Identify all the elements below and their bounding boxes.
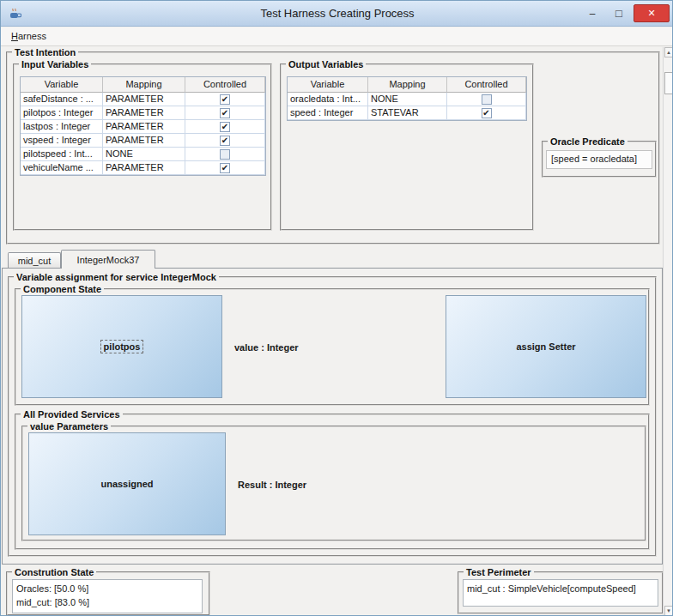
state-variable-label: pilotpos <box>100 340 144 353</box>
variable-cell[interactable]: pilotpos : Integer <box>21 106 103 120</box>
value-parameters-group: value Parameters unassigned Result : Int… <box>21 421 646 541</box>
tab-integermock37[interactable]: IntegerMock37 <box>61 250 155 269</box>
window-controls: – □ ✕ <box>580 4 670 22</box>
controlled-cell <box>185 148 265 161</box>
test-intention-title: Test Intention <box>12 47 78 57</box>
parameter-label: unassigned <box>98 478 155 490</box>
table-row: speed : Integer STATEVAR <box>288 106 526 120</box>
state-variable-box[interactable]: pilotpos <box>21 295 222 398</box>
output-variables-group: Output Variables Variable Mapping Contro… <box>280 59 534 231</box>
controlled-checkbox[interactable] <box>220 108 230 118</box>
table-row: pilotspeed : Int... NONE <box>21 148 265 161</box>
controlled-checkbox[interactable] <box>482 108 492 118</box>
table-row: vspeed : Integer PARAMETER <box>21 134 265 148</box>
variable-cell[interactable]: safeDistance : ... <box>21 93 103 106</box>
value-type-label: value : Integer <box>234 342 299 353</box>
status-line: Oracles: [50.0 %] <box>16 582 198 595</box>
close-icon[interactable]: ✕ <box>634 4 670 22</box>
variable-cell[interactable]: oracledata : Int... <box>288 93 368 106</box>
variable-cell[interactable]: speed : Integer <box>288 106 368 120</box>
controlled-checkbox[interactable] <box>220 136 230 146</box>
table-row: oracledata : Int... NONE <box>288 93 526 106</box>
tab-mid-cut[interactable]: mid_cut <box>8 252 61 268</box>
controlled-cell <box>185 93 265 106</box>
parameter-box[interactable]: unassigned <box>28 432 226 535</box>
output-variables-title: Output Variables <box>286 59 366 69</box>
construction-state-title: Constrution State <box>12 567 96 577</box>
input-variables-table: Variable Mapping Controlled safeDistance… <box>20 76 266 176</box>
value-parameters-title: value Parameters <box>27 421 111 432</box>
variable-assignment-group: Variable assignment for service IntegerM… <box>8 272 657 557</box>
menubar: Harness <box>1 27 673 46</box>
mapping-cell[interactable]: PARAMETER <box>103 106 185 120</box>
column-header-controlled[interactable]: Controlled <box>447 77 526 93</box>
vertical-scrollbar[interactable]: ▲ ▼ <box>663 47 673 616</box>
mapping-cell[interactable]: PARAMETER <box>103 120 185 134</box>
variable-cell[interactable]: vspeed : Integer <box>21 134 103 148</box>
controlled-cell <box>447 93 526 106</box>
mapping-cell[interactable]: NONE <box>368 93 447 106</box>
test-perimeter-group: Test Perimeter mid_cut : SimpleVehicle[c… <box>458 567 664 614</box>
minimize-icon[interactable]: – <box>580 4 604 22</box>
controlled-cell <box>185 134 265 148</box>
status-line: mid_cut: [83.0 %] <box>16 595 198 609</box>
controlled-checkbox[interactable] <box>220 122 230 132</box>
variable-cell[interactable]: pilotspeed : Int... <box>21 148 103 161</box>
component-state-title: Component State <box>21 284 104 294</box>
controlled-cell <box>185 106 265 120</box>
provided-services-group: All Provided Services value Parameters u… <box>15 409 650 550</box>
variable-assignment-title: Variable assignment for service IntegerM… <box>14 272 219 282</box>
tab-label: mid_cut <box>18 256 52 266</box>
variable-cell[interactable]: lastpos : Integer <box>21 120 103 134</box>
mapping-cell[interactable]: STATEVAR <box>368 106 447 120</box>
mapping-cell[interactable]: NONE <box>103 148 185 161</box>
titlebar: Test Harness Creating Process – □ ✕ <box>1 1 673 27</box>
output-variables-table: Variable Mapping Controlled oracledata :… <box>287 76 527 121</box>
result-type-label: Result : Integer <box>238 480 306 490</box>
table-header-row: Variable Mapping Controlled <box>21 77 265 93</box>
input-variables-group: Input Variables Variable Mapping Control… <box>13 59 272 231</box>
mapping-cell[interactable]: PARAMETER <box>103 161 185 175</box>
controlled-checkbox[interactable] <box>482 94 492 105</box>
column-header-mapping[interactable]: Mapping <box>368 77 447 93</box>
test-intention-group: Test Intention Input Variables Variable … <box>6 47 660 245</box>
assign-setter-label: assign Setter <box>513 341 578 353</box>
controlled-checkbox[interactable] <box>220 94 230 105</box>
test-perimeter-title: Test Perimeter <box>464 567 534 577</box>
construction-state-group: Constrution State Oracles: [50.0 %] mid_… <box>6 567 210 616</box>
controlled-checkbox[interactable] <box>220 149 230 160</box>
window-title: Test Harness Creating Process <box>1 7 673 20</box>
maximize-icon[interactable]: □ <box>607 4 631 22</box>
scroll-up-icon[interactable]: ▲ <box>664 47 673 57</box>
column-header-mapping[interactable]: Mapping <box>103 77 185 93</box>
oracle-predicate-title: Oracle Predicate <box>548 136 628 147</box>
input-variables-title: Input Variables <box>19 59 91 69</box>
table-row: lastpos : Integer PARAMETER <box>21 120 265 134</box>
table-header-row: Variable Mapping Controlled <box>288 77 526 93</box>
oracle-predicate-value: [speed = oracledata] <box>546 150 652 169</box>
column-header-variable[interactable]: Variable <box>21 77 103 93</box>
assign-setter-box[interactable]: assign Setter <box>446 295 646 398</box>
test-perimeter-list: mid_cut : SimpleVehicle[computeSpeed] <box>463 579 658 607</box>
controlled-cell <box>185 161 265 175</box>
controlled-checkbox[interactable] <box>220 163 230 173</box>
table-row: pilotpos : Integer PARAMETER <box>21 106 265 120</box>
tab-label: IntegerMock37 <box>77 255 140 265</box>
oracle-predicate-group: Oracle Predicate [speed = oracledata] <box>542 136 657 178</box>
mapping-cell[interactable]: PARAMETER <box>103 134 185 148</box>
window: Test Harness Creating Process – □ ✕ Harn… <box>0 0 673 616</box>
scrollbar-thumb[interactable] <box>664 72 673 94</box>
mapping-cell[interactable]: PARAMETER <box>103 93 185 106</box>
variable-cell[interactable]: vehiculeName ... <box>21 161 103 175</box>
component-state-group: Component State pilotpos value : Integer… <box>15 284 650 406</box>
provided-services-title: All Provided Services <box>21 409 123 420</box>
scroll-down-icon[interactable]: ▼ <box>664 606 673 616</box>
menu-item-harness[interactable]: Harness <box>9 31 48 41</box>
table-row: safeDistance : ... PARAMETER <box>21 93 265 106</box>
construction-state-list: Oracles: [50.0 %] mid_cut: [83.0 %] <box>12 579 203 613</box>
column-header-controlled[interactable]: Controlled <box>185 77 265 93</box>
controlled-cell <box>185 120 265 134</box>
status-line: mid_cut : SimpleVehicle[computeSpeed] <box>467 582 654 595</box>
column-header-variable[interactable]: Variable <box>288 77 368 93</box>
tab-content-panel: Variable assignment for service IntegerM… <box>2 268 663 565</box>
